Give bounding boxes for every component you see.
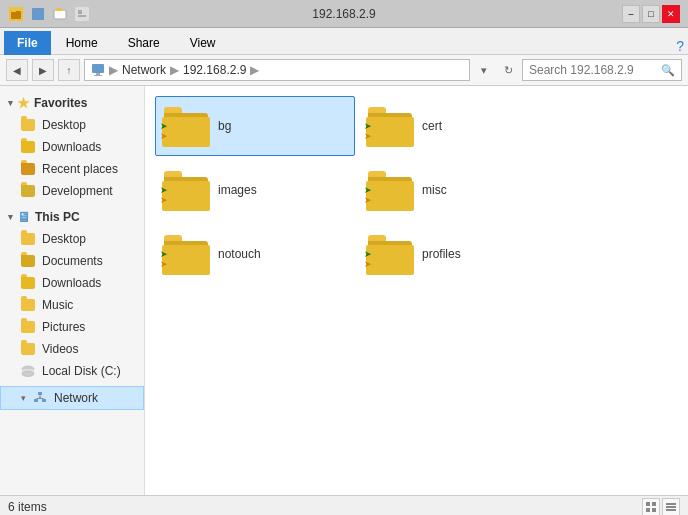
back-button[interactable]: ◀ <box>6 59 28 81</box>
search-input[interactable] <box>529 63 661 77</box>
sidebar-item-recent-label: Recent places <box>42 162 118 176</box>
folder-big-images: ➤ ➤ <box>162 169 210 211</box>
folder-item-profiles[interactable]: ➤ ➤ profiles <box>359 224 559 284</box>
up-button[interactable]: ↑ <box>58 59 80 81</box>
ribbon: File Home Share View ? <box>0 28 688 55</box>
sidebar-item-development[interactable]: Development <box>0 180 144 202</box>
favorites-star-icon: ★ <box>17 95 30 111</box>
sidebar-item-network[interactable]: ▾ Network <box>0 386 144 410</box>
desktop-folder-icon <box>20 117 36 133</box>
minimize-button[interactable]: – <box>622 5 640 23</box>
sidebar-item-documents-label: Documents <box>42 254 103 268</box>
svg-point-21 <box>39 397 41 399</box>
folder-item-bg[interactable]: ➤ ➤ bg <box>155 96 355 156</box>
close-button[interactable]: ✕ <box>662 5 680 23</box>
help-icon[interactable]: ? <box>676 38 684 54</box>
sidebar-item-music[interactable]: Music <box>0 294 144 316</box>
window-icon <box>8 6 24 22</box>
folder-big-cert: ➤ ➤ <box>366 105 414 147</box>
svg-rect-9 <box>92 64 104 73</box>
sidebar: ▾ ★ Favorites Desktop Downloads <box>0 86 145 495</box>
downloads2-icon <box>20 275 36 291</box>
favorites-section: ▾ ★ Favorites Desktop Downloads <box>0 92 144 202</box>
path-network[interactable]: Network <box>122 63 166 77</box>
window-controls: – □ ✕ <box>622 5 680 23</box>
desktop2-icon <box>20 231 36 247</box>
dropdown-button[interactable]: ▾ <box>474 59 494 81</box>
maximize-button[interactable]: □ <box>642 5 660 23</box>
videos-icon <box>20 341 36 357</box>
svg-rect-25 <box>652 508 656 512</box>
thispc-label: This PC <box>35 210 80 224</box>
folder-item-notouch[interactable]: ➤ ➤ notouch <box>155 224 355 284</box>
search-box[interactable]: 🔍 <box>522 59 682 81</box>
folder-item-misc[interactable]: ➤ ➤ misc <box>359 160 559 220</box>
view-list-button[interactable] <box>662 498 680 516</box>
refresh-button[interactable]: ↻ <box>498 59 518 81</box>
sidebar-item-downloads[interactable]: Downloads <box>0 136 144 158</box>
sidebar-item-desktop[interactable]: Desktop <box>0 114 144 136</box>
thispc-header[interactable]: ▾ 🖥 This PC <box>0 206 144 228</box>
folder-item-images[interactable]: ➤ ➤ images <box>155 160 355 220</box>
view-grid-button[interactable] <box>642 498 660 516</box>
sidebar-item-videos[interactable]: Videos <box>0 338 144 360</box>
sidebar-item-desktop2[interactable]: Desktop <box>0 228 144 250</box>
sidebar-item-localdisk-label: Local Disk (C:) <box>42 364 121 378</box>
ribbon-tabs: File Home Share View ? <box>0 28 688 54</box>
network-section: ▾ Network <box>0 386 144 410</box>
folder-big-profiles: ➤ ➤ <box>366 233 414 275</box>
folder-item-cert[interactable]: ➤ ➤ cert <box>359 96 559 156</box>
folder-big-notouch: ➤ ➤ <box>162 233 210 275</box>
documents-icon <box>20 253 36 269</box>
sidebar-item-pictures-label: Pictures <box>42 320 85 334</box>
folder-label-profiles: profiles <box>422 247 461 261</box>
tab-file[interactable]: File <box>4 31 51 55</box>
svg-rect-4 <box>54 10 66 19</box>
svg-rect-27 <box>666 506 676 508</box>
address-path[interactable]: ▶ Network ▶ 192.168.2.9 ▶ <box>84 59 470 81</box>
svg-point-14 <box>22 372 34 377</box>
content-area: ➤ ➤ bg ➤ ➤ cert <box>145 86 688 495</box>
svg-rect-1 <box>11 11 21 19</box>
sidebar-item-localdisk[interactable]: Local Disk (C:) <box>0 360 144 382</box>
path-ip[interactable]: 192.168.2.9 <box>183 63 246 77</box>
sidebar-item-network-label: Network <box>54 391 98 405</box>
main-layout: ▾ ★ Favorites Desktop Downloads <box>0 86 688 495</box>
thispc-chevron: ▾ <box>8 212 13 222</box>
path-sep2: ▶ <box>170 63 179 77</box>
view-icons <box>642 498 680 516</box>
icon4 <box>74 6 90 22</box>
svg-rect-5 <box>56 8 62 11</box>
svg-rect-7 <box>78 10 82 14</box>
tab-share[interactable]: Share <box>113 31 175 54</box>
favorites-label: Favorites <box>34 96 87 110</box>
development-icon <box>20 183 36 199</box>
svg-rect-10 <box>96 73 100 75</box>
favorites-header[interactable]: ▾ ★ Favorites <box>0 92 144 114</box>
path-sep1: ▶ <box>109 63 118 77</box>
svg-rect-2 <box>11 9 16 12</box>
title-bar-left <box>8 6 90 22</box>
sidebar-item-downloads-label: Downloads <box>42 140 101 154</box>
svg-rect-11 <box>94 75 102 76</box>
svg-rect-26 <box>666 503 676 505</box>
recent-icon <box>20 161 36 177</box>
folder-label-notouch: notouch <box>218 247 261 261</box>
svg-rect-15 <box>38 392 42 395</box>
svg-rect-16 <box>34 399 38 402</box>
sidebar-item-videos-label: Videos <box>42 342 78 356</box>
network-chevron: ▾ <box>21 393 26 403</box>
sidebar-item-pictures[interactable]: Pictures <box>0 316 144 338</box>
sidebar-item-downloads2-label: Downloads <box>42 276 101 290</box>
tab-home[interactable]: Home <box>51 31 113 54</box>
svg-rect-24 <box>646 508 650 512</box>
sidebar-item-recent[interactable]: Recent places <box>0 158 144 180</box>
icon3 <box>52 6 68 22</box>
sidebar-item-downloads2[interactable]: Downloads <box>0 272 144 294</box>
sidebar-item-documents[interactable]: Documents <box>0 250 144 272</box>
forward-button[interactable]: ▶ <box>32 59 54 81</box>
thispc-section: ▾ 🖥 This PC Desktop Documents <box>0 206 144 382</box>
network-icon <box>32 390 48 406</box>
tab-view[interactable]: View <box>175 31 231 54</box>
folder-label-misc: misc <box>422 183 447 197</box>
